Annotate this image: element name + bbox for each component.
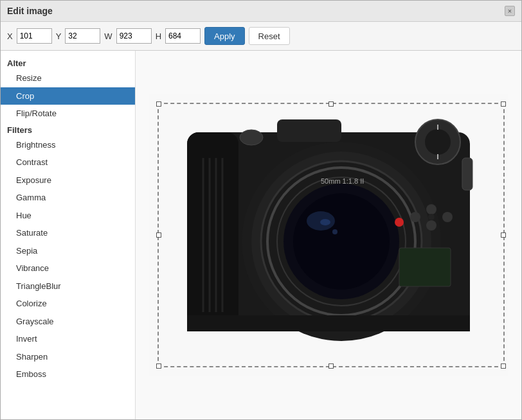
toolbar: X Y W H Apply Reset [1,22,521,51]
svg-point-30 [410,212,420,222]
svg-rect-26 [462,158,473,190]
svg-point-12 [240,130,263,145]
h-input[interactable] [165,28,201,44]
close-button[interactable]: × [505,6,515,16]
sidebar: Alter Resize Crop Flip/Rotate Filters Br… [1,51,136,419]
svg-point-31 [442,212,453,222]
sidebar-item-sharpen[interactable]: Sharpen [1,348,135,366]
sidebar-item-brightness[interactable]: Brightness [1,136,135,154]
sidebar-item-invert[interactable]: Invert [1,330,135,348]
svg-point-24 [332,229,338,234]
svg-point-23 [320,219,330,225]
sidebar-item-colorize[interactable]: Colorize [1,295,135,313]
main-window: Edit image × X Y W H Apply Reset Alter R… [0,0,522,420]
sidebar-item-hue[interactable]: Hue [1,207,135,225]
sidebar-item-vibrance[interactable]: Vibrance [1,259,135,277]
svg-point-4 [425,129,451,155]
sidebar-item-saturate[interactable]: Saturate [1,224,135,242]
w-input[interactable] [116,28,152,44]
sidebar-item-exposure[interactable]: Exposure [1,171,135,189]
sidebar-item-flip-rotate[interactable]: Flip/Rotate [1,105,135,123]
svg-rect-27 [187,315,470,331]
sidebar-item-contrast[interactable]: Contrast [1,153,135,171]
title-bar: Edit image × [1,1,521,22]
x-label: X [7,31,13,41]
svg-rect-2 [277,119,341,142]
main-content: Alter Resize Crop Flip/Rotate Filters Br… [1,51,521,419]
sidebar-item-sepia[interactable]: Sepia [1,242,135,260]
window-title: Edit image [7,6,53,16]
svg-rect-7 [187,132,239,331]
svg-point-21 [293,193,390,290]
sidebar-item-emboss[interactable]: Emboss [1,365,135,383]
canvas-area: 50mm 1:1.8 II [136,51,521,419]
camera-image: 50mm 1:1.8 II [148,94,509,376]
svg-point-29 [426,220,437,231]
svg-rect-33 [399,248,451,286]
sidebar-item-resize[interactable]: Resize [1,69,135,87]
sidebar-item-grayscale[interactable]: Grayscale [1,313,135,331]
filters-section-header: Filters [1,123,135,136]
sidebar-item-triangleblur[interactable]: TriangleBlur [1,277,135,295]
h-label: H [156,31,161,41]
alter-section-header: Alter [1,56,135,69]
sidebar-item-gamma[interactable]: Gamma [1,189,135,207]
svg-point-25 [395,218,404,227]
w-label: W [104,31,112,41]
x-input[interactable] [17,28,52,44]
y-input[interactable] [65,28,100,44]
y-label: Y [56,31,62,41]
svg-point-28 [426,204,437,214]
reset-button[interactable]: Reset [249,27,290,45]
sidebar-item-crop[interactable]: Crop [1,87,135,105]
image-container: 50mm 1:1.8 II [148,94,509,376]
apply-button[interactable]: Apply [204,27,245,45]
svg-point-32 [428,214,435,220]
